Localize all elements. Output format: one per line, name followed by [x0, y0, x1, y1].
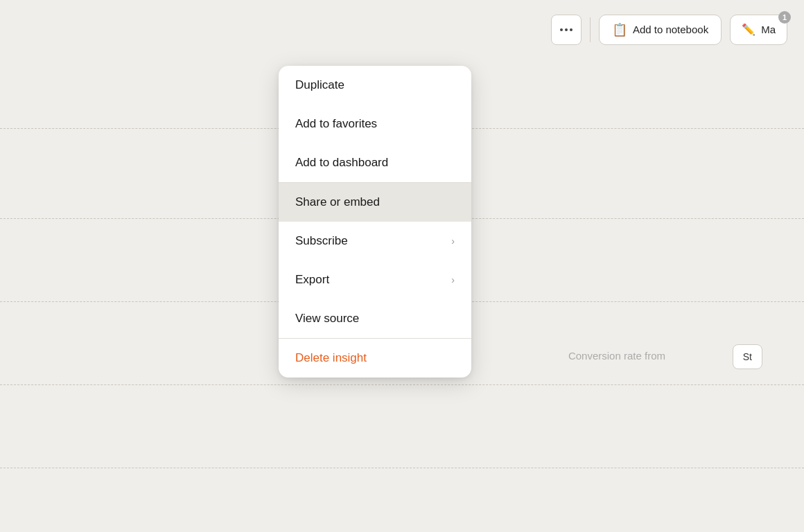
menu-item-label-duplicate: Duplicate	[295, 78, 344, 92]
conversion-rate-label: Conversion rate from	[568, 350, 665, 362]
chevron-icon-subscribe: ›	[451, 236, 455, 247]
add-notebook-label: Add to notebook	[633, 24, 708, 35]
conversion-box[interactable]: St	[733, 344, 762, 369]
menu-item-label-add-to-favorites: Add to favorites	[295, 117, 377, 131]
dot2	[565, 28, 568, 31]
menu-item-share-or-embed[interactable]: Share or embed	[279, 183, 471, 222]
dot1	[560, 28, 563, 31]
menu-item-label-view-source: View source	[295, 312, 359, 326]
divider	[590, 17, 591, 42]
top-bar: 📋 Add to notebook ✏️ Ma 1	[0, 0, 804, 59]
badge: 1	[778, 11, 791, 24]
more-options-button[interactable]	[551, 15, 582, 45]
edit-icon: ✏️	[742, 23, 755, 36]
dropdown-menu: DuplicateAdd to favoritesAdd to dashboar…	[279, 66, 471, 378]
dot3	[570, 28, 573, 31]
conversion-box-value: St	[743, 351, 752, 362]
dashed-line-5	[0, 468, 804, 468]
chevron-icon-export: ›	[451, 274, 455, 285]
menu-item-label-delete-insight: Delete insight	[295, 351, 367, 365]
notebook-icon: 📋	[612, 22, 627, 37]
menu-item-label-share-or-embed: Share or embed	[295, 195, 380, 209]
add-to-notebook-button[interactable]: 📋 Add to notebook	[599, 15, 722, 45]
menu-item-export[interactable]: Export›	[279, 260, 471, 299]
more-partial-label: Ma	[761, 24, 776, 35]
menu-item-add-to-dashboard[interactable]: Add to dashboard	[279, 143, 471, 182]
menu-item-label-subscribe: Subscribe	[295, 234, 348, 248]
menu-item-view-source[interactable]: View source	[279, 299, 471, 338]
menu-item-label-add-to-dashboard: Add to dashboard	[295, 156, 388, 170]
menu-item-subscribe[interactable]: Subscribe›	[279, 222, 471, 260]
menu-item-add-to-favorites[interactable]: Add to favorites	[279, 105, 471, 143]
menu-item-label-export: Export	[295, 273, 329, 287]
menu-item-delete-insight[interactable]: Delete insight	[279, 339, 471, 378]
more-partial-button[interactable]: ✏️ Ma 1	[730, 15, 787, 45]
menu-item-duplicate[interactable]: Duplicate	[279, 66, 471, 105]
dashed-line-4	[0, 384, 804, 385]
